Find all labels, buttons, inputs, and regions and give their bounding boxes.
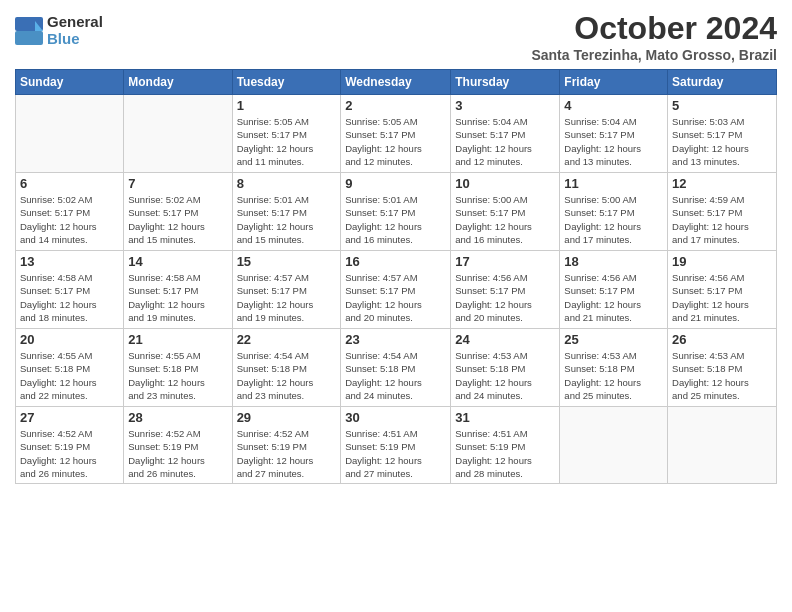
title-block: October 2024 Santa Terezinha, Mato Gross… [531,10,777,63]
logo-text: General Blue [47,14,103,47]
day-number: 9 [345,176,446,191]
table-row: 20Sunrise: 4:55 AM Sunset: 5:18 PM Dayli… [16,329,124,407]
day-number: 22 [237,332,337,347]
table-row [668,407,777,484]
day-info: Sunrise: 4:55 AM Sunset: 5:18 PM Dayligh… [128,349,227,402]
header-saturday: Saturday [668,70,777,95]
logo-icon [15,17,43,45]
day-number: 31 [455,410,555,425]
day-info: Sunrise: 4:52 AM Sunset: 5:19 PM Dayligh… [237,427,337,480]
day-info: Sunrise: 4:56 AM Sunset: 5:17 PM Dayligh… [455,271,555,324]
table-row: 7Sunrise: 5:02 AM Sunset: 5:17 PM Daylig… [124,173,232,251]
day-number: 7 [128,176,227,191]
day-number: 26 [672,332,772,347]
day-number: 28 [128,410,227,425]
day-info: Sunrise: 4:56 AM Sunset: 5:17 PM Dayligh… [564,271,663,324]
day-info: Sunrise: 5:01 AM Sunset: 5:17 PM Dayligh… [237,193,337,246]
table-row: 18Sunrise: 4:56 AM Sunset: 5:17 PM Dayli… [560,251,668,329]
day-info: Sunrise: 5:02 AM Sunset: 5:17 PM Dayligh… [128,193,227,246]
day-info: Sunrise: 4:52 AM Sunset: 5:19 PM Dayligh… [20,427,119,480]
table-row: 29Sunrise: 4:52 AM Sunset: 5:19 PM Dayli… [232,407,341,484]
day-number: 18 [564,254,663,269]
table-row: 25Sunrise: 4:53 AM Sunset: 5:18 PM Dayli… [560,329,668,407]
day-info: Sunrise: 5:02 AM Sunset: 5:17 PM Dayligh… [20,193,119,246]
day-info: Sunrise: 4:53 AM Sunset: 5:18 PM Dayligh… [672,349,772,402]
day-info: Sunrise: 4:58 AM Sunset: 5:17 PM Dayligh… [20,271,119,324]
logo: General Blue [15,14,103,47]
day-info: Sunrise: 4:53 AM Sunset: 5:18 PM Dayligh… [564,349,663,402]
table-row: 30Sunrise: 4:51 AM Sunset: 5:19 PM Dayli… [341,407,451,484]
logo-general: General [47,14,103,31]
header-thursday: Thursday [451,70,560,95]
header-tuesday: Tuesday [232,70,341,95]
header: General Blue October 2024 Santa Terezinh… [15,10,777,63]
day-info: Sunrise: 4:57 AM Sunset: 5:17 PM Dayligh… [237,271,337,324]
day-number: 5 [672,98,772,113]
day-info: Sunrise: 5:05 AM Sunset: 5:17 PM Dayligh… [237,115,337,168]
day-number: 13 [20,254,119,269]
table-row [16,95,124,173]
day-info: Sunrise: 4:53 AM Sunset: 5:18 PM Dayligh… [455,349,555,402]
day-number: 27 [20,410,119,425]
table-row: 9Sunrise: 5:01 AM Sunset: 5:17 PM Daylig… [341,173,451,251]
day-number: 14 [128,254,227,269]
day-info: Sunrise: 5:04 AM Sunset: 5:17 PM Dayligh… [455,115,555,168]
table-row: 16Sunrise: 4:57 AM Sunset: 5:17 PM Dayli… [341,251,451,329]
header-monday: Monday [124,70,232,95]
day-number: 12 [672,176,772,191]
day-info: Sunrise: 5:05 AM Sunset: 5:17 PM Dayligh… [345,115,446,168]
day-info: Sunrise: 5:00 AM Sunset: 5:17 PM Dayligh… [564,193,663,246]
day-number: 4 [564,98,663,113]
table-row: 26Sunrise: 4:53 AM Sunset: 5:18 PM Dayli… [668,329,777,407]
table-row: 23Sunrise: 4:54 AM Sunset: 5:18 PM Dayli… [341,329,451,407]
table-row: 2Sunrise: 5:05 AM Sunset: 5:17 PM Daylig… [341,95,451,173]
day-number: 6 [20,176,119,191]
day-number: 19 [672,254,772,269]
day-info: Sunrise: 4:58 AM Sunset: 5:17 PM Dayligh… [128,271,227,324]
calendar-table: Sunday Monday Tuesday Wednesday Thursday… [15,69,777,484]
day-number: 8 [237,176,337,191]
day-number: 17 [455,254,555,269]
day-number: 25 [564,332,663,347]
table-row [560,407,668,484]
day-info: Sunrise: 4:59 AM Sunset: 5:17 PM Dayligh… [672,193,772,246]
day-number: 10 [455,176,555,191]
day-info: Sunrise: 5:04 AM Sunset: 5:17 PM Dayligh… [564,115,663,168]
day-info: Sunrise: 4:55 AM Sunset: 5:18 PM Dayligh… [20,349,119,402]
day-info: Sunrise: 5:03 AM Sunset: 5:17 PM Dayligh… [672,115,772,168]
table-row: 11Sunrise: 5:00 AM Sunset: 5:17 PM Dayli… [560,173,668,251]
day-info: Sunrise: 4:54 AM Sunset: 5:18 PM Dayligh… [237,349,337,402]
day-number: 11 [564,176,663,191]
table-row: 28Sunrise: 4:52 AM Sunset: 5:19 PM Dayli… [124,407,232,484]
logo-blue: Blue [47,31,103,48]
day-number: 3 [455,98,555,113]
day-info: Sunrise: 4:56 AM Sunset: 5:17 PM Dayligh… [672,271,772,324]
table-row: 13Sunrise: 4:58 AM Sunset: 5:17 PM Dayli… [16,251,124,329]
table-row: 14Sunrise: 4:58 AM Sunset: 5:17 PM Dayli… [124,251,232,329]
day-number: 2 [345,98,446,113]
day-number: 15 [237,254,337,269]
day-number: 30 [345,410,446,425]
table-row: 21Sunrise: 4:55 AM Sunset: 5:18 PM Dayli… [124,329,232,407]
table-row: 10Sunrise: 5:00 AM Sunset: 5:17 PM Dayli… [451,173,560,251]
table-row: 5Sunrise: 5:03 AM Sunset: 5:17 PM Daylig… [668,95,777,173]
header-friday: Friday [560,70,668,95]
day-number: 24 [455,332,555,347]
header-wednesday: Wednesday [341,70,451,95]
day-info: Sunrise: 5:01 AM Sunset: 5:17 PM Dayligh… [345,193,446,246]
table-row: 15Sunrise: 4:57 AM Sunset: 5:17 PM Dayli… [232,251,341,329]
table-row [124,95,232,173]
day-info: Sunrise: 4:52 AM Sunset: 5:19 PM Dayligh… [128,427,227,480]
table-row: 3Sunrise: 5:04 AM Sunset: 5:17 PM Daylig… [451,95,560,173]
table-row: 31Sunrise: 4:51 AM Sunset: 5:19 PM Dayli… [451,407,560,484]
table-row: 4Sunrise: 5:04 AM Sunset: 5:17 PM Daylig… [560,95,668,173]
table-row: 27Sunrise: 4:52 AM Sunset: 5:19 PM Dayli… [16,407,124,484]
day-info: Sunrise: 5:00 AM Sunset: 5:17 PM Dayligh… [455,193,555,246]
header-sunday: Sunday [16,70,124,95]
day-number: 20 [20,332,119,347]
day-number: 16 [345,254,446,269]
table-row: 19Sunrise: 4:56 AM Sunset: 5:17 PM Dayli… [668,251,777,329]
month-title: October 2024 [531,10,777,47]
page: General Blue October 2024 Santa Terezinh… [0,0,792,494]
day-number: 1 [237,98,337,113]
